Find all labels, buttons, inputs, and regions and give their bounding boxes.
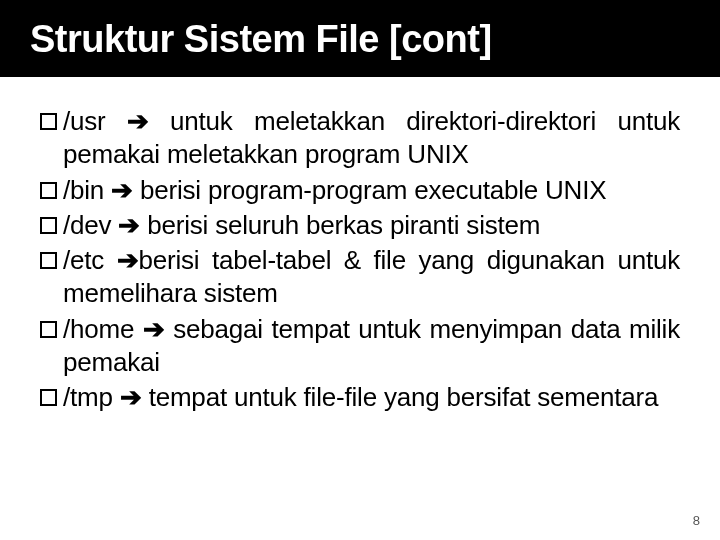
- arrow-icon: ➔: [111, 175, 133, 205]
- bullet-text: /tmp ➔ tempat untuk file-file yang bersi…: [63, 381, 680, 414]
- path-label: /bin: [63, 175, 104, 205]
- square-bullet-icon: [40, 389, 57, 406]
- page-number: 8: [693, 513, 700, 528]
- square-bullet-icon: [40, 252, 57, 269]
- slide-content: /usr ➔ untuk meletakkan direktori-direkt…: [0, 77, 720, 414]
- square-bullet-icon: [40, 217, 57, 234]
- bullet-text: /dev ➔ berisi seluruh berkas piranti sis…: [63, 209, 680, 242]
- arrow-icon: ➔: [120, 382, 142, 412]
- path-label: /home: [63, 314, 134, 344]
- bullet-desc: berisi seluruh berkas piranti sistem: [140, 210, 540, 240]
- arrow-icon: ➔: [143, 314, 165, 344]
- list-item: /dev ➔ berisi seluruh berkas piranti sis…: [40, 209, 680, 242]
- arrow-icon: ➔: [127, 106, 149, 136]
- bullet-desc: berisi program-program executable UNIX: [133, 175, 606, 205]
- path-label: /dev: [63, 210, 111, 240]
- square-bullet-icon: [40, 321, 57, 338]
- slide-title: Struktur Sistem File [cont]: [30, 18, 690, 61]
- path-label: /etc: [63, 245, 104, 275]
- list-item: /bin ➔ berisi program-program executable…: [40, 174, 680, 207]
- bullet-text: /home ➔ sebagai tempat untuk menyimpan d…: [63, 313, 680, 380]
- path-label: /tmp: [63, 382, 113, 412]
- title-bar: Struktur Sistem File [cont]: [0, 0, 720, 77]
- bullet-text: /bin ➔ berisi program-program executable…: [63, 174, 680, 207]
- square-bullet-icon: [40, 113, 57, 130]
- arrow-icon: ➔: [118, 210, 140, 240]
- list-item: /usr ➔ untuk meletakkan direktori-direkt…: [40, 105, 680, 172]
- bullet-text: /etc ➔berisi tabel-tabel & file yang dig…: [63, 244, 680, 311]
- path-label: /usr: [63, 106, 106, 136]
- square-bullet-icon: [40, 182, 57, 199]
- list-item: /home ➔ sebagai tempat untuk menyimpan d…: [40, 313, 680, 380]
- list-item: /tmp ➔ tempat untuk file-file yang bersi…: [40, 381, 680, 414]
- bullet-desc: tempat untuk file-file yang bersifat sem…: [142, 382, 659, 412]
- bullet-text: /usr ➔ untuk meletakkan direktori-direkt…: [63, 105, 680, 172]
- list-item: /etc ➔berisi tabel-tabel & file yang dig…: [40, 244, 680, 311]
- arrow-icon: ➔: [117, 245, 139, 275]
- bullet-desc: untuk meletakkan direktori-direktori unt…: [63, 106, 680, 169]
- bullet-desc: berisi tabel-tabel & file yang digunakan…: [63, 245, 680, 308]
